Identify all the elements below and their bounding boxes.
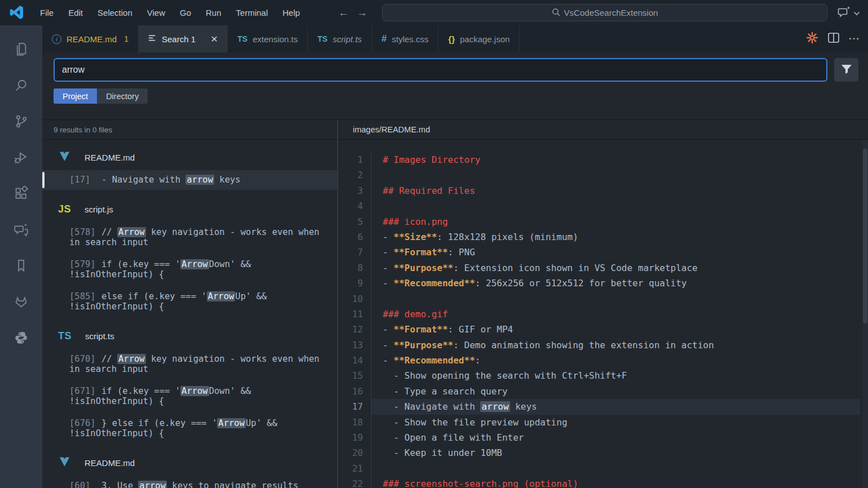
filter-button[interactable] [834,58,858,82]
activity-bar [0,25,42,488]
menu-help[interactable]: Help [275,8,307,17]
activity-bookmarks-icon[interactable] [3,247,39,283]
tab-label: styles.css [392,34,428,44]
back-arrow-icon[interactable]: ← [338,7,349,19]
activity-search-icon[interactable] [3,67,39,103]
close-icon[interactable]: × [211,34,218,44]
command-center-search[interactable]: VsCodeSearchExtension [382,4,827,21]
line-text: - **Format**: PNG [371,245,860,260]
code-line: 17 - Navigate with arrow keys [338,399,868,414]
match-highlight: arrow [480,401,510,412]
tab-search-1[interactable]: Search 1× [139,25,228,52]
tab-script-ts[interactable]: TSscript.ts [308,25,372,52]
menu-go[interactable]: Go [172,8,198,17]
tab-package-json[interactable]: {}package.json [439,25,520,52]
line-text: ### demo.gif [371,307,860,322]
result-item[interactable]: [585]else if (e.key === 'ArrowUp' && !is… [42,287,337,317]
activity-extensions-icon[interactable] [3,175,39,211]
text-segment: : PNG [448,247,475,258]
file-header-script-js[interactable]: JSscript.js [42,199,337,220]
result-item[interactable]: [676]} else if (e.key === 'ArrowUp' && !… [42,414,337,443]
match-highlight: Arrow [180,386,209,396]
match-highlight: Arrow [117,354,146,364]
copilot-chat-icon[interactable] [838,6,851,20]
code-line: 19 - Open a file with Enter [338,430,868,445]
text-segment: } else if (e.key === ' [101,418,217,428]
text-segment: - Open a file with Enter [383,432,524,443]
line-number: 4 [338,198,371,214]
menu-terminal[interactable]: Terminal [229,8,276,17]
text-segment: : Demo animation showing the extension i… [453,340,714,351]
text-segment: - [383,340,393,351]
activity-source-control-icon[interactable] [3,103,39,139]
menu-selection[interactable]: Selection [90,8,140,17]
result-item[interactable]: [670]// Arrow key navigation - works eve… [42,349,337,379]
result-item[interactable]: [578]// Arrow key navigation - works eve… [42,223,337,252]
result-item[interactable]: [671]if (e.key === 'ArrowDown' && !isInO… [42,381,337,411]
search-panels: 9 results in 0 files README.md[17]- Navi… [42,119,868,488]
result-group: README.md[17]- Navigate with arrow keys [42,140,337,190]
activity-explorer-icon[interactable] [3,31,39,67]
line-text: - Keep it under 10MB [371,445,860,460]
typescript-icon: TS [58,330,72,342]
line-text: - **Recommended**: [371,353,860,368]
titlebar-right-actions [838,0,860,25]
chevron-down-icon[interactable] [853,8,860,18]
text-segment: if (e.key === ' [101,386,180,396]
more-actions-icon[interactable]: ··· [849,33,860,45]
activity-chat-icon[interactable] [3,211,39,247]
file-header-script-ts[interactable]: TSscript.ts [42,326,337,347]
line-number: 21 [338,461,371,476]
code-line: 1# Images Directory [338,152,868,167]
file-header-readme-md[interactable]: README.md [42,452,337,474]
menu-run[interactable]: Run [198,8,229,17]
search-input[interactable] [54,58,827,82]
match-highlight: Arrow [207,291,236,301]
vscode-logo-icon [8,4,25,23]
file-header-readme-md[interactable]: README.md [42,147,337,168]
result-line-ref: [676] [69,418,101,429]
text-segment: // [101,354,117,364]
split-editor-icon[interactable] [828,33,839,45]
text-segment: : 256x256 or 512x512 for better quality [475,278,687,289]
scope-project-button[interactable]: Project [54,88,97,104]
activity-gitlab-icon[interactable] [3,283,39,320]
tab-readme-md[interactable]: iREADME.md1 [42,25,139,52]
text-segment: - Navigate with [383,401,480,412]
tab-styles-css[interactable]: #styles.css [372,25,439,52]
line-number: 10 [338,291,371,307]
line-number: 22 [338,476,371,488]
scope-directory-button[interactable]: Directory [97,88,148,104]
menu-file[interactable]: File [33,8,61,17]
activity-run-debug-icon[interactable] [3,139,39,175]
results-panel: 9 results in 0 files README.md[17]- Navi… [42,120,338,488]
text-segment: - Navigate with [101,175,185,185]
result-item[interactable]: [17]- Navigate with arrow keys [42,170,337,190]
result-line-ref: [670] [69,354,101,365]
forward-arrow-icon[interactable]: → [357,7,367,19]
result-item[interactable]: [60]3. Use arrow keys to navigate result… [42,476,337,488]
preview-panel[interactable]: images/README.md 1# Images Directory2 3#… [338,120,868,488]
menu-view[interactable]: View [140,8,172,17]
result-text: // Arrow key navigation - works even whe… [69,227,320,248]
match-highlight: arrow [185,175,214,185]
result-item[interactable]: [579]if (e.key === 'ArrowDown' && !isInO… [42,255,337,285]
text-segment: keys [214,175,241,185]
menu-edit[interactable]: Edit [61,8,90,17]
code-line: 3## Required Files [338,183,868,198]
code-view[interactable]: 1# Images Directory2 3## Required Files4… [338,140,868,488]
text-segment: - [383,278,393,289]
result-group: JSscript.js[578]// Arrow key navigation … [42,192,337,317]
tab-label: package.json [460,34,510,44]
tab-extension-ts[interactable]: TSextension.ts [228,25,308,52]
code-line: 6- **Size**: 128x128 pixels (minimum) [338,229,868,245]
line-number: 19 [338,430,371,445]
text-segment: - Keep it under 10MB [383,447,502,458]
text-segment: **Size** [393,232,437,242]
burst-icon[interactable] [806,32,818,46]
activity-python-icon[interactable] [3,320,39,356]
line-number: 15 [338,368,371,383]
scrollbar-thumb[interactable] [863,149,867,323]
markdown-icon [58,456,71,469]
scope-toggle: ProjectDirectory [54,88,868,104]
